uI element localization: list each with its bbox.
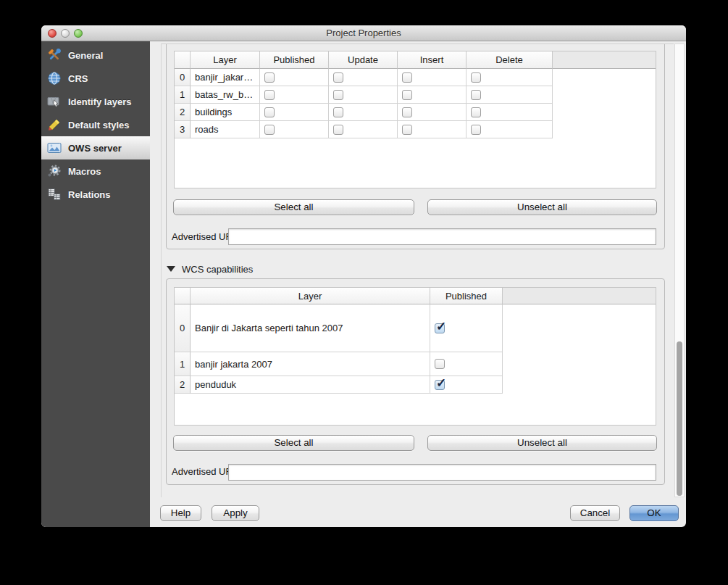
wcs-row-2-published-checkbox[interactable]	[435, 380, 445, 390]
wcs-row-2-layer-name[interactable]: penduduk	[191, 376, 430, 394]
wfs-row-0-delete-cell[interactable]	[466, 69, 553, 86]
sidebar-item-label: Relations	[68, 189, 111, 200]
wfs-row-3-delete-cell[interactable]	[466, 121, 553, 138]
wcs-table-row[interactable]: 2penduduk	[175, 376, 656, 394]
wcs-column-header-layer[interactable]: Layer	[191, 288, 430, 304]
globe-icon	[47, 71, 62, 86]
wfs-row-1-index[interactable]: 1	[175, 86, 191, 104]
wfs-table-row[interactable]: 0banjir_jakar…	[175, 69, 656, 86]
wfs-row-3-insert-checkbox[interactable]	[402, 125, 412, 135]
wfs-row-1-layer-name[interactable]: batas_rw_b…	[191, 86, 260, 104]
wfs-row-3-published-cell[interactable]	[260, 121, 329, 138]
wfs-row-2-insert-checkbox[interactable]	[402, 107, 412, 117]
wcs-row-1-published-checkbox[interactable]	[435, 359, 445, 369]
wfs-column-header-insert[interactable]: Insert	[398, 51, 466, 69]
wfs-row-2-delete-cell[interactable]	[466, 104, 553, 121]
sidebar-item-relations[interactable]: Relations	[41, 183, 150, 206]
ok-button[interactable]: OK	[629, 505, 679, 521]
wfs-row-0-insert-cell[interactable]	[398, 69, 466, 86]
sidebar-item-crs[interactable]: CRS	[41, 67, 150, 90]
ows-server-icon	[47, 141, 62, 155]
vertical-scrollbar-thumb[interactable]	[677, 341, 682, 496]
wfs-row-1-published-cell[interactable]	[260, 86, 329, 104]
wcs-row-0-published-checkbox[interactable]	[435, 323, 445, 333]
wfs-row-0-update-checkbox[interactable]	[333, 72, 343, 83]
title-bar[interactable]: Project Properties	[41, 25, 686, 41]
wcs-row-1-published-cell[interactable]	[430, 352, 503, 376]
wcs-capabilities-groupbox: LayerPublished0Banjir di Jakarta seperti…	[166, 278, 665, 485]
wfs-row-2-published-checkbox[interactable]	[264, 107, 275, 117]
wfs-row-3-layer-name[interactable]: roads	[191, 121, 260, 138]
sidebar-item-label: General	[68, 50, 103, 61]
wfs-row-0-update-cell[interactable]	[329, 69, 398, 86]
wfs-row-1-published-checkbox[interactable]	[264, 90, 275, 100]
wcs-row-1-index[interactable]: 1	[175, 352, 191, 376]
wfs-column-header-layer[interactable]: Layer	[191, 51, 260, 69]
wfs-column-header-delete[interactable]: Delete	[466, 51, 553, 69]
disclosure-triangle-icon[interactable]	[167, 266, 175, 272]
minimize-icon[interactable]	[61, 29, 70, 38]
wcs-select-all-button[interactable]: Select all	[173, 435, 414, 451]
wcs-row-0-published-cell[interactable]	[430, 304, 503, 352]
wfs-row-1-delete-cell[interactable]	[466, 86, 553, 104]
wfs-row-2-update-cell[interactable]	[329, 104, 398, 121]
wcs-capabilities-header[interactable]: WCS capabilities	[167, 263, 253, 275]
wfs-row-2-delete-checkbox[interactable]	[471, 107, 481, 117]
wfs-row-1-insert-checkbox[interactable]	[402, 90, 412, 100]
wfs-row-1-delete-checkbox[interactable]	[471, 90, 481, 100]
wcs-row-0-layer-name[interactable]: Banjir di Jakarta seperti tahun 2007	[191, 304, 430, 352]
zoom-icon[interactable]	[74, 29, 83, 38]
sidebar-item-label: Macros	[68, 166, 101, 177]
wfs-row-3-delete-checkbox[interactable]	[471, 125, 481, 135]
sidebar-item-default-styles[interactable]: Default styles	[41, 113, 150, 136]
wcs-advertised-url-input[interactable]	[228, 464, 656, 481]
wfs-advertised-url-input[interactable]	[228, 228, 656, 245]
wfs-row-2-index[interactable]: 2	[175, 104, 191, 121]
wfs-unselect-all-button[interactable]: Unselect all	[427, 199, 657, 215]
wfs-select-all-button[interactable]: Select all	[173, 199, 414, 215]
wfs-row-0-index[interactable]: 0	[175, 69, 191, 86]
wfs-row-1-insert-cell[interactable]	[398, 86, 466, 104]
wcs-row-1-layer-name[interactable]: banjir jakarta 2007	[191, 352, 430, 376]
wfs-row-3-update-cell[interactable]	[329, 121, 398, 138]
wfs-row-2-published-cell[interactable]	[260, 104, 329, 121]
sidebar-item-general[interactable]: General	[41, 43, 150, 67]
help-button[interactable]: Help	[160, 505, 201, 521]
wfs-row-3-published-checkbox[interactable]	[264, 125, 275, 135]
wfs-row-0-delete-checkbox[interactable]	[471, 72, 481, 83]
wcs-row-0-index[interactable]: 0	[175, 304, 191, 352]
wfs-table-row[interactable]: 3roads	[175, 121, 656, 138]
wfs-row-0-published-cell[interactable]	[260, 69, 329, 86]
apply-button[interactable]: Apply	[212, 505, 259, 521]
vertical-scrollbar-track[interactable]	[674, 43, 685, 497]
wfs-row-2-insert-cell[interactable]	[398, 104, 466, 121]
wcs-table-row[interactable]: 1banjir jakarta 2007	[175, 352, 656, 376]
settings-scroll-area: LayerPublishedUpdateInsertDelete0banjir_…	[161, 43, 674, 497]
sidebar-item-identify-layers[interactable]: Identify layers	[41, 90, 150, 113]
wfs-row-2-layer-name[interactable]: buildings	[191, 104, 260, 121]
wfs-row-0-published-checkbox[interactable]	[264, 72, 275, 83]
sidebar-item-macros[interactable]: Macros	[41, 159, 150, 183]
wfs-row-0-insert-checkbox[interactable]	[402, 72, 412, 83]
wfs-column-header-update[interactable]: Update	[329, 51, 398, 69]
wfs-row-1-update-cell[interactable]	[329, 86, 398, 104]
wcs-table-row[interactable]: 0Banjir di Jakarta seperti tahun 2007	[175, 304, 656, 352]
wcs-row-2-index[interactable]: 2	[175, 376, 191, 394]
wfs-table-row[interactable]: 1batas_rw_b…	[175, 86, 656, 104]
close-icon[interactable]	[48, 29, 57, 38]
wcs-column-header-published[interactable]: Published	[430, 288, 503, 304]
wfs-column-header-index[interactable]	[175, 51, 191, 69]
wfs-row-2-update-checkbox[interactable]	[333, 107, 343, 117]
wfs-column-header-published[interactable]: Published	[260, 51, 329, 69]
wfs-row-3-update-checkbox[interactable]	[333, 125, 343, 135]
wfs-table-row[interactable]: 2buildings	[175, 104, 656, 121]
wfs-row-3-index[interactable]: 3	[175, 121, 191, 138]
wcs-column-header-index[interactable]	[175, 288, 191, 304]
sidebar-item-ows-server[interactable]: OWS server	[41, 136, 150, 159]
wcs-unselect-all-button[interactable]: Unselect all	[427, 435, 657, 451]
wfs-row-3-insert-cell[interactable]	[398, 121, 466, 138]
cancel-button[interactable]: Cancel	[570, 505, 620, 521]
wfs-row-0-layer-name[interactable]: banjir_jakar…	[191, 69, 260, 86]
wfs-row-1-update-checkbox[interactable]	[333, 90, 343, 100]
wcs-row-2-published-cell[interactable]	[430, 376, 503, 394]
